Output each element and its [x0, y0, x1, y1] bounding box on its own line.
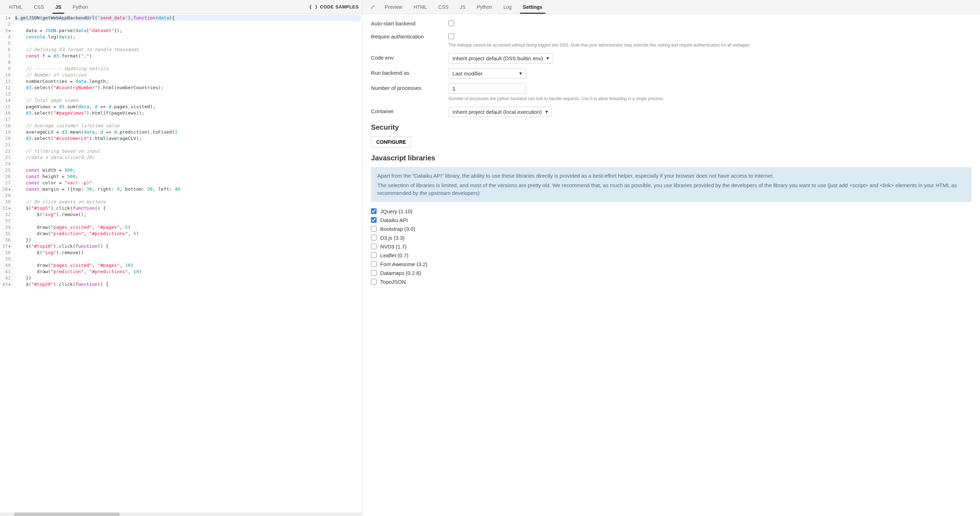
- library-item[interactable]: D3.js (3.3): [371, 235, 972, 241]
- library-checkbox[interactable]: [371, 235, 377, 240]
- code-line[interactable]: numberCountries = data.length;: [15, 78, 361, 84]
- library-item[interactable]: Datamaps (0.2.8): [371, 270, 972, 276]
- library-label: Datamaps (0.2.8): [380, 270, 421, 276]
- library-checkbox[interactable]: [371, 217, 377, 223]
- code-line[interactable]: [15, 161, 361, 167]
- line-number: 28▼: [2, 186, 11, 193]
- code-line[interactable]: }): [15, 237, 361, 243]
- code-line[interactable]: d3.select("#countryNumber").html(numberC…: [15, 84, 361, 91]
- code-line[interactable]: const height = 500;: [15, 174, 361, 180]
- fold-marker-icon[interactable]: ▼: [8, 29, 11, 33]
- code-line[interactable]: averageCLV = d3.mean(data, d => d.predic…: [15, 129, 361, 135]
- code-line[interactable]: $("svg").remove();: [15, 212, 361, 218]
- configure-button[interactable]: CONFIGURE: [371, 136, 411, 148]
- code-line[interactable]: [15, 91, 361, 97]
- code-line[interactable]: // Total page views: [15, 97, 361, 104]
- code-line[interactable]: d3.select("#customerLV").html(averageCLV…: [15, 135, 361, 142]
- code-line[interactable]: [15, 116, 361, 123]
- code-line[interactable]: $.getJSON(getWebAppBackendUrl('send_data…: [15, 15, 361, 21]
- code-editor[interactable]: 1▼23▼45678910111213141516171819202122232…: [0, 14, 362, 513]
- line-number: 6: [2, 46, 11, 53]
- code-line[interactable]: [15, 59, 361, 65]
- code-line[interactable]: }): [15, 275, 361, 281]
- code-line[interactable]: console.log(data);: [15, 34, 361, 40]
- code-line[interactable]: const f = d3.format(","): [15, 53, 361, 59]
- run-as-label: Run backend as: [371, 68, 449, 76]
- horizontal-scrollbar[interactable]: [0, 513, 362, 516]
- code-line[interactable]: // ---------- Updating metrics: [15, 65, 361, 72]
- tab-preview[interactable]: Preview: [379, 1, 408, 13]
- expand-icon[interactable]: ⤢: [366, 1, 379, 13]
- tab-css[interactable]: CSS: [28, 1, 50, 13]
- code-line[interactable]: // Defining D3 format to handle thousand…: [15, 46, 361, 53]
- library-checkbox[interactable]: [371, 261, 377, 267]
- library-item[interactable]: JQuery (1.10): [371, 208, 972, 214]
- code-line[interactable]: // Average customer lifetime value: [15, 123, 361, 129]
- scrollbar-thumb[interactable]: [14, 513, 120, 516]
- code-line[interactable]: [15, 218, 361, 224]
- tab-html[interactable]: HTML: [3, 1, 28, 13]
- library-checkbox[interactable]: [371, 226, 377, 232]
- code-line[interactable]: [15, 40, 361, 46]
- code-line[interactable]: [15, 193, 361, 199]
- code-line[interactable]: $("#top20").click(function() {: [15, 281, 361, 288]
- editor-code[interactable]: $.getJSON(getWebAppBackendUrl('send_data…: [13, 14, 362, 288]
- library-checkbox[interactable]: [371, 252, 377, 258]
- code-line[interactable]: $("#top5").click(function() {: [15, 205, 361, 212]
- library-item[interactable]: Dataiku API: [371, 217, 972, 223]
- code-line[interactable]: const margin = ({top: 30, right: 0, bott…: [15, 186, 361, 193]
- code-line[interactable]: const color = "var(--p)": [15, 180, 361, 186]
- code-line[interactable]: draw("prediction", "#predictions", 5): [15, 231, 361, 237]
- run-as-select[interactable]: Last modifier ▾: [449, 68, 526, 79]
- container-select[interactable]: Inherit project default (local execution…: [449, 107, 552, 117]
- code-line[interactable]: // Number of countries: [15, 72, 361, 78]
- fold-marker-icon[interactable]: ▼: [8, 188, 11, 191]
- code-line[interactable]: // filtering based on input: [15, 148, 361, 154]
- line-number: 14: [2, 97, 11, 104]
- run-as-row: Run backend as Last modifier ▾: [371, 68, 972, 79]
- require-auth-label: Require authentication: [371, 32, 449, 40]
- tab-js[interactable]: JS: [454, 1, 471, 13]
- info-p2: The selection of libraries is limited, a…: [377, 182, 965, 197]
- library-item[interactable]: NVD3 (1.7): [371, 244, 972, 250]
- code-line[interactable]: [15, 21, 361, 27]
- library-item[interactable]: Bootstrap (3.0): [371, 226, 972, 232]
- code-line[interactable]: data = JSON.parse(data["dataset"]);: [15, 27, 361, 34]
- library-checkbox[interactable]: [371, 244, 377, 249]
- code-line[interactable]: pageViews = d3.sum(data, d => d.pages_vi…: [15, 104, 361, 110]
- library-checkbox[interactable]: [371, 279, 377, 284]
- fold-marker-icon[interactable]: ▼: [8, 207, 11, 210]
- code-line[interactable]: $("#top10").click(function() {: [15, 243, 361, 250]
- tab-js[interactable]: JS: [50, 1, 67, 13]
- auto-start-label: Auto-start backend: [371, 19, 449, 26]
- fold-marker-icon[interactable]: ▼: [8, 16, 11, 20]
- num-proc-input[interactable]: [449, 84, 526, 94]
- auto-start-checkbox[interactable]: [449, 21, 454, 26]
- require-auth-checkbox[interactable]: [449, 33, 454, 39]
- tab-python[interactable]: Python: [471, 1, 498, 13]
- code-env-select[interactable]: Inherit project default (DSS builtin env…: [449, 53, 553, 64]
- code-line[interactable]: [15, 142, 361, 148]
- code-samples-button[interactable]: { } CODE SAMPLES: [309, 4, 359, 10]
- fold-marker-icon[interactable]: ▼: [8, 245, 11, 248]
- fold-marker-icon[interactable]: ▼: [8, 283, 11, 287]
- code-line[interactable]: // On click events on buttons: [15, 199, 361, 205]
- tab-html[interactable]: HTML: [408, 1, 433, 13]
- library-item[interactable]: Leaflet (0.7): [371, 252, 972, 258]
- code-line[interactable]: //data = data.slice(0,20): [15, 154, 361, 161]
- library-item[interactable]: Font Awesome (3.2): [371, 261, 972, 267]
- tab-css[interactable]: CSS: [433, 1, 454, 13]
- tab-log[interactable]: Log: [498, 1, 517, 13]
- code-line[interactable]: const width = 500;: [15, 167, 361, 174]
- tab-settings[interactable]: Settings: [517, 1, 548, 13]
- code-line[interactable]: [15, 256, 361, 262]
- library-checkbox[interactable]: [371, 270, 377, 276]
- code-line[interactable]: draw("pages_visited", "#pages", 5): [15, 224, 361, 231]
- code-line[interactable]: draw("prediction", "#predictions", 10): [15, 269, 361, 275]
- code-line[interactable]: draw("pages_visited", "#pages", 10): [15, 262, 361, 269]
- library-item[interactable]: TopoJSON: [371, 279, 972, 285]
- library-checkbox[interactable]: [371, 208, 377, 214]
- code-line[interactable]: $("svg").remove(): [15, 250, 361, 256]
- code-line[interactable]: d3.select("#pageViews").html(f(pageViews…: [15, 110, 361, 116]
- tab-python[interactable]: Python: [67, 1, 94, 13]
